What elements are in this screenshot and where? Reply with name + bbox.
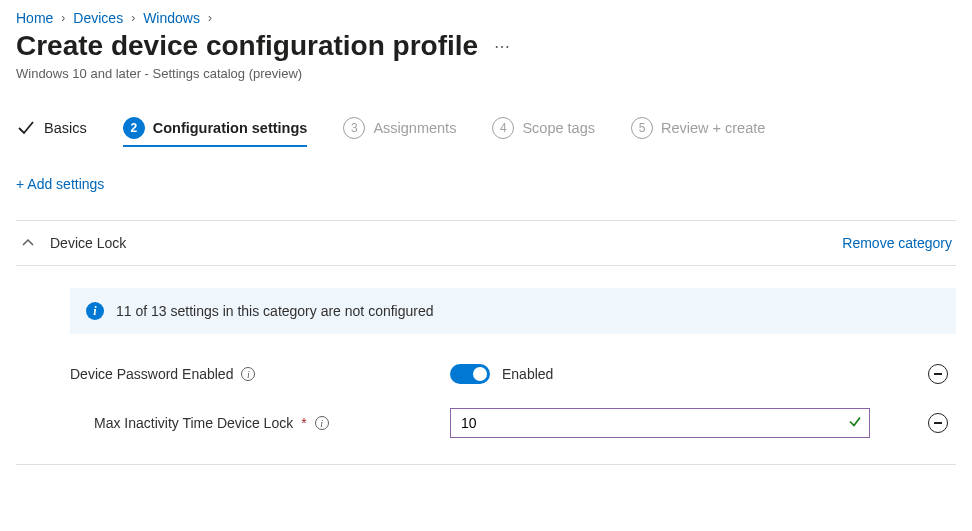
more-actions-button[interactable]: ⋯ [494,37,512,56]
page-subtitle: Windows 10 and later - Settings catalog … [16,66,956,81]
breadcrumb-item-devices[interactable]: Devices [73,10,123,26]
remove-category-button[interactable]: Remove category [842,235,952,251]
chevron-right-icon: › [131,11,135,25]
step-configuration-settings[interactable]: 2 Configuration settings [123,117,308,147]
category-panel: Device Lock Remove category i 11 of 13 s… [16,220,956,465]
add-settings-button[interactable]: + Add settings [16,176,956,192]
step-number-icon: 2 [123,117,145,139]
max-inactivity-input[interactable] [450,408,870,438]
toggle-value-label: Enabled [502,366,553,382]
step-scope-tags[interactable]: 4 Scope tags [492,117,595,147]
step-assignments[interactable]: 3 Assignments [343,117,456,147]
chevron-right-icon: › [208,11,212,25]
page-title: Create device configuration profile [16,30,478,62]
category-header: Device Lock Remove category [16,221,956,266]
info-icon[interactable]: i [315,416,329,430]
chevron-right-icon: › [61,11,65,25]
wizard-steps: Basics 2 Configuration settings 3 Assign… [16,117,956,148]
breadcrumb: Home › Devices › Windows › [16,10,956,26]
password-enabled-toggle[interactable] [450,364,490,384]
remove-setting-button[interactable] [928,413,948,433]
step-number-icon: 3 [343,117,365,139]
step-label: Scope tags [522,120,595,136]
breadcrumb-item-windows[interactable]: Windows [143,10,200,26]
step-review-create[interactable]: 5 Review + create [631,117,765,147]
setting-row-max-inactivity: Max Inactivity Time Device Lock * i [16,396,956,450]
step-label: Review + create [661,120,765,136]
category-title: Device Lock [50,235,126,251]
chevron-up-icon[interactable] [20,235,36,251]
setting-row-password-enabled: Device Password Enabled i Enabled [16,352,956,396]
info-icon: i [86,302,104,320]
checkmark-icon [16,118,36,138]
setting-label: Device Password Enabled [70,366,233,382]
toggle-knob [473,367,487,381]
info-banner-text: 11 of 13 settings in this category are n… [116,303,434,319]
info-icon[interactable]: i [241,367,255,381]
step-label: Assignments [373,120,456,136]
step-label: Configuration settings [153,120,308,136]
required-mark: * [301,415,306,431]
step-number-icon: 5 [631,117,653,139]
remove-setting-button[interactable] [928,364,948,384]
setting-label: Max Inactivity Time Device Lock [94,415,293,431]
step-label: Basics [44,120,87,136]
breadcrumb-item-home[interactable]: Home [16,10,53,26]
step-basics[interactable]: Basics [16,117,87,147]
info-banner: i 11 of 13 settings in this category are… [70,288,956,334]
step-number-icon: 4 [492,117,514,139]
